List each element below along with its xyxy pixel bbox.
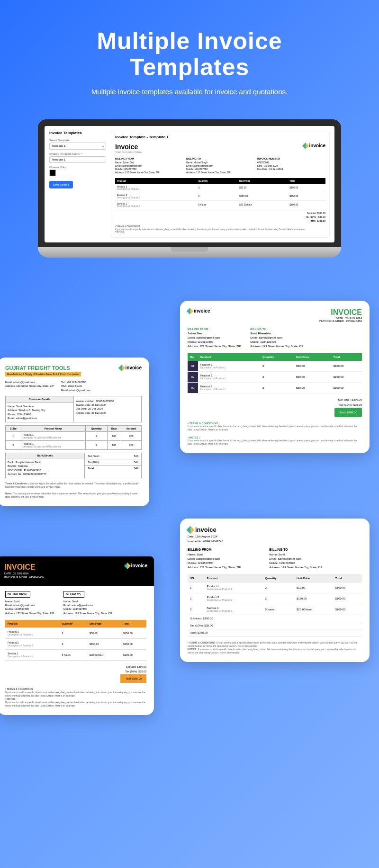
billing-to: BILLING TO Name: Michel Singh Email: adm… [186,157,254,174]
page-header: Multiple InvoiceTemplates Multiple invoi… [0,0,379,110]
preview-title: Inovice Template - Template 1 [115,135,325,139]
billing-from: BILLING FROM : Name: SunilEmail: admin@g… [5,591,54,615]
totals-box: Sub Total :546 Tax(18%) :546 Total :546 [85,453,142,478]
invoice-details-box: Invoice Number : GS1574379058Invoice Dat… [74,396,142,422]
select-template-dropdown[interactable]: Template 1▾ [49,143,106,150]
items-table: SNProductQuantityUnit PriceTotal 1Produc… [188,574,362,615]
table-row: Product 1Description of Product 13$50.00… [115,184,325,192]
invoice-template-green: invoice INVOICE DATE : 26 JUN 2024 INVOI… [180,301,370,453]
company-name-sub: Your Company Name [115,151,142,153]
brand-logo: invoice [303,143,325,148]
table-row: Product 2Description of Product 22$150.0… [5,638,146,649]
billing-to: BILLING TO : Sunil Bhambhu Email: admin@… [250,327,303,349]
invoice-heading: Invoice [115,143,142,151]
table-row: 1Product 1Description of Product 12$10.0… [188,582,362,593]
terms-text: If you want to add a specific date forma… [188,425,362,431]
invoice-date: Date: 12th August 2024 [188,535,362,538]
table-row: Product 2Description of Product 22$150.0… [115,192,325,200]
change-name-label: Change Template Name * [49,152,106,155]
template-name-input[interactable]: Template 1 [49,156,106,163]
invoice-date: DATE : 26 JUN 2024 [4,572,44,575]
page-title: Multiple InvoiceTemplates [9,28,370,81]
sidebar-title: Invoice Templates [49,131,106,135]
totals: Sub-total : $350.00 Tax (10%): $35.00 To… [188,397,362,417]
invoice-number: Invoice No: #GFHJH543745 [188,540,362,543]
template-preview: Inovice Template - Template 1 Invoice Yo… [111,131,330,238]
table-row: Product 1Description of Product 12$50.00… [5,627,146,638]
customer-details-box: Customer Details Name: Sunil BhambhuAddr… [5,396,74,422]
table-row: 03Product 1Description of Product 12$50.… [188,383,362,394]
terms-notes: • TERMS & CONDITIONS : If you want to ad… [188,641,362,654]
brand-logo: invoice [119,365,142,370]
table-row: 2Product 2Description of Product 22$150.… [188,593,362,604]
brand-logo: invoice [188,526,362,533]
totals: Subtotal: $350.00 Tax (10%): $35.00 Tota… [5,664,146,683]
company-name: GUJRAT FREIGHT TOOLS [5,365,81,371]
table-row: Service 1Description of Product 15 hours… [5,649,146,660]
table-row: 2Product 1Description To style your HTML… [6,441,142,450]
diamond-icon [187,526,195,534]
billing-to: BILLING TO Name: SunilEmail: admin@gmail… [269,547,322,570]
choose-color-label: Choose Color [49,166,106,169]
laptop-mockup: Invoice Templates Select Template Templa… [0,119,379,258]
diamond-icon [302,142,308,149]
notes-text: If you want to add a specific date forma… [188,439,362,446]
table-row: Service 1Description of Product 25 hours… [115,200,325,209]
invoice-heading: INVOICE [4,563,44,572]
table-row: 1Product 1Description To style your HTML… [6,432,142,441]
billing-from: BILLING FROM Name: SunilEmail: admin@gma… [188,547,241,570]
items-table: NoProductQuantityUnit PriceTotal 01Produ… [188,353,362,394]
invoice-items-table: Product Quantity Unit Price Total Produc… [115,178,325,209]
color-swatch[interactable] [49,170,56,176]
invoice-heading: INVOICE [319,308,362,317]
invoice-template-gujrat: GUJRAT FREIGHT TOOLS Manufacturing & Sup… [0,358,149,506]
contact-right: Tel : +91 1234567890Web: 2kajsi fj.comEm… [61,380,90,392]
invoice-template-orange: INVOICE DATE : 26 JUN 2024 INVOICE NUMBE… [0,556,154,715]
brand-logo: invoice [125,563,147,568]
invoice-number: INVOICE NUMBER : #454646456 [319,320,362,322]
brand-logo: invoice [188,308,210,313]
bank-details-box: Bank Details Bank : Punjab National Bank… [5,453,85,478]
contact-left: Email: admin@gmail.comAddress: 123 Stree… [5,380,54,392]
terms-notes: • TERMS & CONDITIONS :If you want to add… [5,688,146,707]
terms-section: • TERMS & CONDITIONS : If you want to ad… [115,225,325,234]
table-row: 02Product 1Description of Product 12$50.… [188,372,362,383]
diamond-icon [187,307,193,314]
table-row: 3Service 1Description of Product 55 hour… [188,604,362,615]
terms-notes: Terms & Conditions : You can adjust the … [5,482,142,499]
template-settings-sidebar: Invoice Templates Select Template Templa… [49,131,106,238]
invoice-number: INVOICE NUMBER : #454646456 [4,575,44,579]
company-tagline: Manufacturing & Supply of Precision Pres… [5,372,81,376]
laptop-base [38,247,341,258]
billing-to: BILLING TO : Name: SunilEmail: admin@gma… [63,591,112,615]
diamond-icon [118,364,125,371]
billing-from: BILLING FROM : Johan Deo Email: admin@gm… [188,327,241,349]
invoice-meta: INVOICE NUMBER #76700088 Date : 16-Sep-2… [257,157,325,174]
select-template-label: Select Template [49,139,106,142]
save-setting-button[interactable]: Save Setting [49,181,73,188]
table-row: 01Product 1Description of Product 12$50.… [188,361,362,372]
chevron-down-icon: ▾ [102,144,104,148]
billing-from: BILLING FROM Name: Johan Deo Email: admi… [115,157,183,174]
diamond-icon [124,562,130,569]
totals: Sub-total: $350.00 Tax (10%): $35.00 Tot… [188,615,362,636]
items-table: ProductQuantityUnit PriceTotal Product 1… [5,620,146,661]
items-table: SI.NoProduct NameQuantityRateAmount 1Pro… [5,425,142,450]
invoice-totals: Subtotal: $350.00 Tax (10%) : $35.00 Tot… [115,211,325,223]
page-subtitle: Multiple invoice templates available for… [9,88,370,96]
invoice-template-simple: invoice Date: 12th August 2024 Invoice N… [180,519,370,662]
